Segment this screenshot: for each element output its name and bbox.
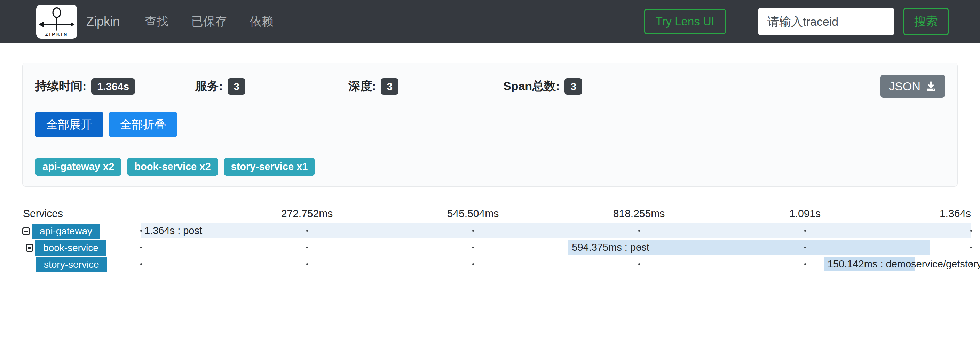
tick-dot <box>140 230 142 232</box>
depth-value-badge: 3 <box>381 78 398 95</box>
tick-dot <box>970 230 972 232</box>
tick-label-3: 818.255ms <box>613 208 665 219</box>
main-nav: 查找 已保存 依赖 <box>145 14 274 30</box>
service-cell: api-gateway <box>22 224 100 239</box>
collapse-icon[interactable] <box>22 227 30 235</box>
tick-dot <box>306 263 308 265</box>
span-bar-label: 594.375ms : post <box>572 240 649 254</box>
traceid-input[interactable] <box>758 8 894 35</box>
timeline-track: 1.364s : post <box>141 222 971 239</box>
summary-duration: 持续时间: 1.364s <box>35 78 195 95</box>
expand-all-button[interactable]: 全部展开 <box>35 112 103 137</box>
service-tag-api-gateway[interactable]: api-gateway x2 <box>35 157 121 176</box>
summary-span-count: Span总数: 3 <box>503 78 582 95</box>
tick-dot <box>140 246 142 248</box>
services-label: 服务: <box>195 78 223 94</box>
tick-dot <box>306 246 308 248</box>
tick-dot <box>472 263 474 265</box>
timeline-track: 150.142ms : demoservice/getstory <box>141 255 971 272</box>
download-icon <box>925 81 937 92</box>
trace-timeline: Services 272.752ms 545.504ms 818.255ms 1… <box>0 207 980 272</box>
tick-label-5: 1.364s <box>940 208 971 219</box>
timeline-header: Services 272.752ms 545.504ms 818.255ms 1… <box>0 207 980 222</box>
tick-dot <box>638 246 640 248</box>
json-button-label: JSON <box>889 79 921 93</box>
services-value-badge: 3 <box>228 78 245 95</box>
span-bar-label: 1.364s : post <box>145 223 202 238</box>
zipkin-logo[interactable]: ZIPKIN <box>36 5 77 39</box>
collapse-icon[interactable] <box>26 244 33 252</box>
search-button[interactable]: 搜索 <box>904 8 949 35</box>
span-bar-book-service[interactable]: 594.375ms : post <box>568 240 930 254</box>
brand-title[interactable]: Zipkin <box>86 14 120 29</box>
tick-dot <box>970 263 972 265</box>
tick-dot <box>140 263 142 265</box>
tick-dot <box>472 230 474 232</box>
tick-dot <box>804 230 806 232</box>
service-tags-row: api-gateway x2 book-service x2 story-ser… <box>35 157 945 176</box>
tick-dot <box>804 246 806 248</box>
nav-item-saved[interactable]: 已保存 <box>191 14 227 30</box>
span-bar-story-service[interactable]: 150.142ms : demoservice/getstory <box>824 257 915 271</box>
tick-dot <box>804 263 806 265</box>
service-name-badge-story-service[interactable]: story-service <box>36 257 107 272</box>
logo-text: ZIPKIN <box>45 32 68 37</box>
service-tag-book-service[interactable]: book-service x2 <box>127 157 218 176</box>
zipkin-lollipop-icon: ZIPKIN <box>38 6 76 37</box>
actions-row: 全部展开 全部折叠 <box>35 112 945 137</box>
span-bar-label: 150.142ms : demoservice/getstory <box>827 257 980 271</box>
service-name-badge-api-gateway[interactable]: api-gateway <box>32 224 100 239</box>
try-lens-ui-button[interactable]: Try Lens UI <box>644 9 726 35</box>
service-cell: book-service <box>26 240 106 255</box>
span-row-book-service: 594.375ms : post book-service <box>0 239 980 255</box>
span-row-story-service: 150.142ms : demoservice/getstory story-s… <box>0 255 980 272</box>
tick-label-4: 1.091s <box>789 208 821 219</box>
timeline-track: 594.375ms : post <box>141 239 971 255</box>
trace-summary-card: 持续时间: 1.364s 服务: 3 深度: 3 Span总数: 3 JSON … <box>22 63 958 187</box>
navbar: ZIPKIN Zipkin 查找 已保存 依赖 Try Lens UI 搜索 <box>0 0 980 43</box>
summary-services: 服务: 3 <box>195 78 348 95</box>
tick-dot <box>638 263 640 265</box>
tick-label-2: 545.504ms <box>447 208 499 219</box>
nav-item-dependencies[interactable]: 依赖 <box>250 14 274 30</box>
collapse-all-button[interactable]: 全部折叠 <box>109 112 177 137</box>
summary-depth: 深度: 3 <box>348 78 503 95</box>
service-tag-story-service[interactable]: story-service x1 <box>224 157 315 176</box>
tick-label-1: 272.752ms <box>281 208 333 219</box>
tick-dot <box>970 246 972 248</box>
nav-item-find[interactable]: 查找 <box>145 14 169 30</box>
json-download-button[interactable]: JSON <box>880 75 945 98</box>
span-count-label: Span总数: <box>503 78 560 94</box>
tick-dot <box>306 230 308 232</box>
time-axis: 272.752ms 545.504ms 818.255ms 1.091s 1.3… <box>141 207 971 222</box>
summary-row: 持续时间: 1.364s 服务: 3 深度: 3 Span总数: 3 JSON <box>35 75 945 98</box>
span-row-api-gateway: 1.364s : post api-gateway <box>0 222 980 239</box>
depth-label: 深度: <box>348 78 376 94</box>
service-cell: story-service <box>36 257 107 272</box>
duration-label: 持续时间: <box>35 78 86 94</box>
services-column-header: Services <box>23 208 63 219</box>
tick-dot <box>638 230 640 232</box>
duration-value-badge: 1.364s <box>91 78 135 95</box>
span-count-value-badge: 3 <box>565 78 582 95</box>
service-name-badge-book-service[interactable]: book-service <box>35 240 106 255</box>
span-bar-api-gateway[interactable]: 1.364s : post <box>141 223 971 238</box>
tick-dot <box>472 246 474 248</box>
